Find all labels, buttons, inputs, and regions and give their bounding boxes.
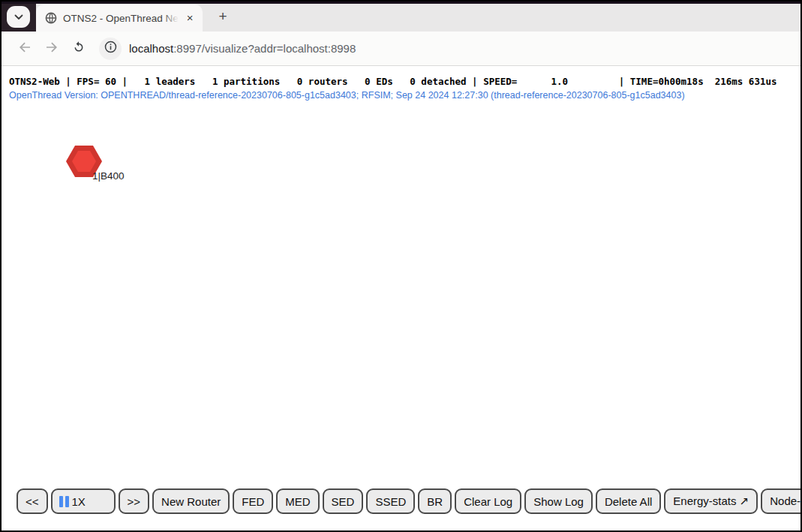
br-button[interactable]: BR bbox=[418, 488, 452, 514]
ssed-button[interactable]: SSED bbox=[366, 488, 415, 514]
otns-visualizer-page: OTNS2-Web | FPS= 60 | 1 leaders 1 partit… bbox=[2, 66, 800, 530]
reload-icon bbox=[72, 41, 86, 57]
url-path: :8997/visualize?addr=localhost:8998 bbox=[173, 42, 356, 55]
speed-label: 1X bbox=[72, 495, 86, 508]
node-label: 1|B400 bbox=[92, 170, 125, 182]
tab-close-icon[interactable]: × bbox=[183, 11, 197, 25]
node-stats-button[interactable]: Node-stats ↗ bbox=[761, 488, 800, 514]
site-info-button[interactable] bbox=[99, 38, 122, 60]
navigation-toolbar: localhost:8997/visualize?addr=localhost:… bbox=[2, 32, 800, 66]
forward-button[interactable] bbox=[39, 36, 65, 62]
energy-stats-button[interactable]: Energy-stats ↗ bbox=[664, 488, 758, 514]
back-arrow-icon bbox=[17, 40, 32, 58]
tab-otns2[interactable]: OTNS2 - OpenThread Ne × bbox=[36, 5, 203, 32]
info-icon bbox=[104, 41, 117, 56]
globe-icon bbox=[45, 12, 57, 24]
sed-button[interactable]: SED bbox=[323, 488, 364, 514]
forward-arrow-icon bbox=[44, 40, 59, 58]
delete-all-button[interactable]: Delete All bbox=[596, 488, 661, 514]
address-bar[interactable]: localhost:8997/visualize?addr=localhost:… bbox=[129, 42, 356, 55]
pause-icon bbox=[59, 496, 69, 507]
tab-title-wrap: OTNS2 - OpenThread Ne bbox=[63, 11, 179, 25]
window-top-edge bbox=[2, 2, 800, 4]
tab-title: OTNS2 - OpenThread Ne bbox=[63, 13, 179, 24]
tab-strip: OTNS2 - OpenThread Ne × + bbox=[2, 2, 800, 32]
new-router-button[interactable]: New Router bbox=[152, 488, 230, 514]
openthread-version-line: OpenThread Version: OPENTHREAD/thread-re… bbox=[9, 90, 685, 101]
url-host: localhost bbox=[129, 42, 173, 55]
browser-window: OTNS2 - OpenThread Ne × + bbox=[0, 0, 802, 532]
tab-search-button[interactable] bbox=[7, 6, 30, 28]
med-button[interactable]: MED bbox=[276, 488, 319, 514]
clear-log-button[interactable]: Clear Log bbox=[455, 488, 521, 514]
fed-button[interactable]: FED bbox=[233, 488, 273, 514]
pause-speed-button[interactable]: 1X bbox=[51, 488, 116, 514]
show-log-button[interactable]: Show Log bbox=[524, 488, 593, 514]
chevron-down-icon bbox=[14, 14, 23, 20]
reload-button[interactable] bbox=[66, 36, 92, 62]
new-tab-button[interactable]: + bbox=[213, 8, 233, 27]
simulation-status-line: OTNS2-Web | FPS= 60 | 1 leaders 1 partit… bbox=[9, 76, 777, 87]
speed-up-button[interactable]: >> bbox=[119, 488, 150, 514]
back-button[interactable] bbox=[12, 36, 38, 62]
action-bar: << 1X >> New Router FED MED SED SSED BR … bbox=[17, 488, 800, 514]
slow-down-button[interactable]: << bbox=[17, 488, 48, 514]
